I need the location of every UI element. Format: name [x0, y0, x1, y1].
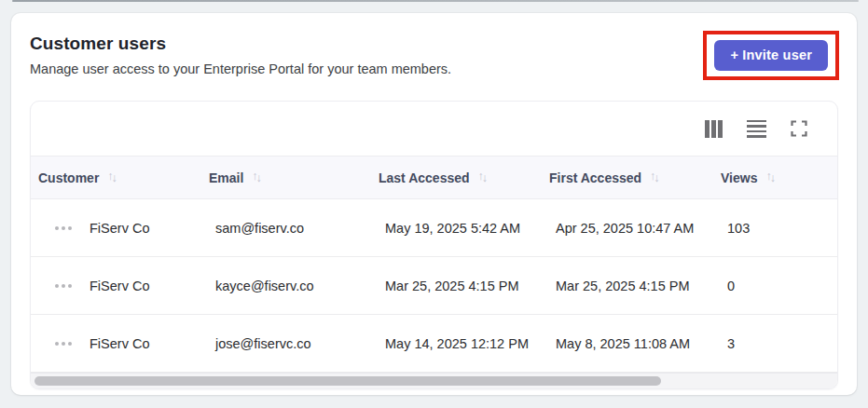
row-actions-ellipsis-icon[interactable] — [55, 282, 72, 290]
column-header-customer[interactable]: Customer ↑↓ — [31, 170, 201, 185]
column-header-views[interactable]: Views ↑↓ — [713, 170, 837, 185]
customer-cell: FiServ Co — [31, 279, 201, 293]
horizontal-scrollbar-thumb[interactable] — [34, 376, 661, 386]
columns-icon-glyph — [705, 120, 723, 138]
viewport-top-edge — [12, 0, 859, 2]
email-cell: sam@fiserv.co — [201, 221, 371, 236]
last-accessed-cell: May 14, 2025 12:12 PM — [371, 336, 542, 351]
sort-arrows-icon[interactable]: ↑↓ — [650, 171, 658, 184]
column-header-first-accessed[interactable]: First Accessed ↑↓ — [542, 170, 713, 185]
customer-cell: FiServ Co — [31, 336, 201, 351]
email-cell: kayce@fiserv.co — [201, 279, 371, 293]
row-density-icon-glyph — [747, 120, 766, 138]
customer-name: FiServ Co — [90, 221, 149, 236]
row-actions-ellipsis-icon[interactable] — [55, 224, 72, 232]
invite-user-button[interactable]: + Invite user — [714, 40, 828, 71]
table-row: FiServ Co jose@fiservc.co May 14, 2025 1… — [31, 315, 837, 373]
last-accessed-cell: Mar 25, 2025 4:15 PM — [371, 279, 542, 293]
first-accessed-cell: May 8, 2025 11:08 AM — [542, 336, 713, 351]
first-accessed-cell: Mar 25, 2025 4:15 PM — [542, 279, 713, 293]
first-accessed-cell: Apr 25, 2025 10:47 AM — [542, 221, 713, 236]
panel-header: Customer users Manage user access to you… — [30, 34, 838, 80]
sort-arrows-icon[interactable]: ↑↓ — [478, 171, 487, 184]
email-cell: jose@fiservc.co — [201, 336, 371, 351]
page-title: Customer users — [30, 34, 451, 55]
customer-users-panel: Customer users Manage user access to you… — [11, 13, 857, 395]
horizontal-scrollbar[interactable] — [31, 373, 837, 388]
annotation-highlight: + Invite user — [703, 31, 839, 80]
table-header-row: Customer ↑↓ Email ↑↓ Last Accessed ↑↓ Fi… — [31, 156, 837, 199]
fullscreen-icon[interactable] — [789, 118, 809, 139]
row-density-icon[interactable] — [745, 118, 768, 140]
customer-name: FiServ Co — [90, 279, 149, 293]
table-toolbar — [31, 102, 837, 156]
panel-title-block: Customer users Manage user access to you… — [30, 34, 451, 76]
customer-name: FiServ Co — [90, 336, 149, 351]
views-cell: 103 — [713, 221, 837, 236]
customer-cell: FiServ Co — [31, 221, 201, 236]
last-accessed-cell: May 19, 2025 5:42 AM — [371, 221, 542, 236]
columns-icon[interactable] — [703, 118, 724, 140]
row-actions-ellipsis-icon[interactable] — [55, 340, 72, 347]
table-row: FiServ Co kayce@fiserv.co Mar 25, 2025 4… — [31, 257, 837, 315]
fullscreen-icon-glyph — [791, 120, 807, 137]
sort-arrows-icon[interactable]: ↑↓ — [252, 171, 260, 184]
page-subtitle: Manage user access to your Enterprise Po… — [30, 61, 451, 76]
views-cell: 0 — [713, 279, 837, 293]
table-row: FiServ Co sam@fiserv.co May 19, 2025 5:4… — [31, 199, 837, 257]
sort-arrows-icon[interactable]: ↑↓ — [765, 171, 774, 184]
views-cell: 3 — [713, 336, 837, 351]
users-table: Customer ↑↓ Email ↑↓ Last Accessed ↑↓ Fi… — [30, 101, 838, 389]
sort-arrows-icon[interactable]: ↑↓ — [107, 171, 116, 184]
column-header-email[interactable]: Email ↑↓ — [201, 170, 371, 185]
column-header-last-accessed[interactable]: Last Accessed ↑↓ — [371, 170, 542, 185]
